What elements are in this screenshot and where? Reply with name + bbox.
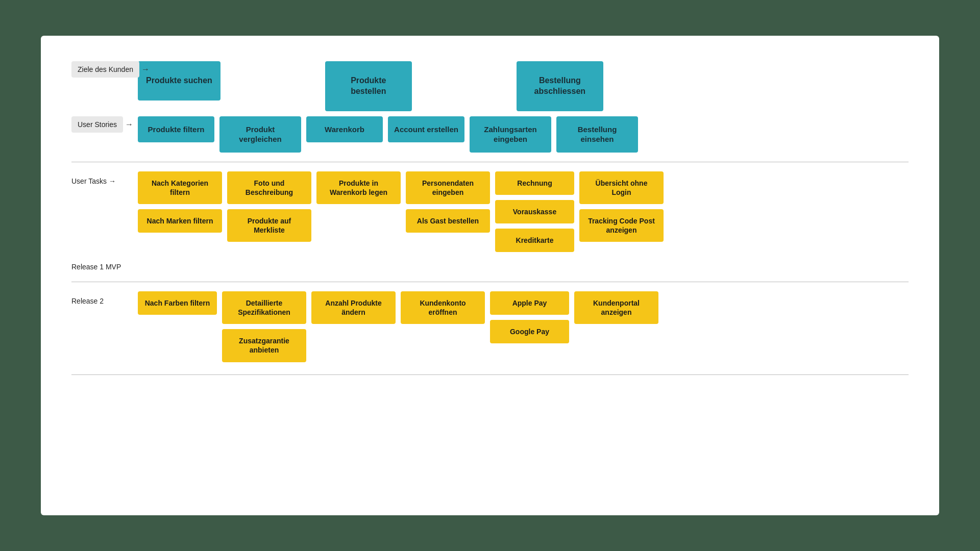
- ziele-label-container: Ziele des Kunden: [71, 61, 138, 78]
- card-produkte-bestellen: Produkte bestellen: [325, 61, 412, 111]
- user-tasks-label: User Tasks: [71, 177, 107, 185]
- release1-label-row: Release 1 MVP: [71, 257, 909, 272]
- col3-group: Produkte in Warenkorb legen: [316, 171, 401, 204]
- r2-col4-group: Kundenkonto eröffnen: [401, 291, 485, 324]
- card-als-gast-bestellen: Als Gast bestellen: [406, 209, 490, 233]
- card-kreditkarte: Kreditkarte: [495, 229, 574, 252]
- user-stories-cards: Produkte filtern Produkt vergleichen War…: [138, 116, 909, 153]
- canvas: Ziele des Kunden Produkte suchen Produkt…: [41, 36, 939, 515]
- r2-col5-group: Apple Pay Google Pay: [490, 291, 569, 343]
- ziele-cards: Produkte suchen Produkte bestellen Beste…: [138, 61, 909, 111]
- release2-label-container: Release 2: [71, 291, 138, 307]
- card-zahlungsarten-eingeben: Zahlungsarten eingeben: [470, 116, 551, 153]
- release2-label: Release 2: [71, 297, 104, 305]
- card-vorauskasse: Vorauskasse: [495, 200, 574, 223]
- user-tasks-cards: Nach Kategorien filtern Nach Marken filt…: [138, 171, 909, 253]
- divider-2: [71, 282, 909, 282]
- card-rechnung: Rechnung: [495, 171, 574, 195]
- release1-label: Release 1 MVP: [71, 257, 138, 272]
- card-nach-farben-filtern: Nach Farben filtern: [138, 291, 217, 315]
- col2-group: Foto und Beschreibung Produkte auf Merkl…: [227, 171, 311, 242]
- r2-col1-group: Nach Farben filtern: [138, 291, 217, 315]
- col4-group: Personendaten eingeben Als Gast bestelle…: [406, 171, 490, 233]
- user-tasks-row: User Tasks → Nach Kategorien filtern Nac…: [71, 171, 909, 253]
- user-tasks-arrow: →: [109, 177, 116, 185]
- r2-col6-group: Kundenportal anzeigen: [574, 291, 658, 324]
- card-bestellung-abschliessen: Bestellung abschliessen: [517, 61, 603, 111]
- release2-row: Release 2 Nach Farben filtern Detaillier…: [71, 291, 909, 362]
- card-produkte-warenkorb: Produkte in Warenkorb legen: [316, 171, 401, 204]
- card-foto-beschreibung: Foto und Beschreibung: [227, 171, 311, 204]
- card-produkte-merkliste: Produkte auf Merkliste: [227, 209, 311, 242]
- card-kundenkonto: Kundenkonto eröffnen: [401, 291, 485, 324]
- card-uebersicht-ohne-login: Übersicht ohne Login: [579, 171, 664, 204]
- col6-group: Übersicht ohne Login Tracking Code Post …: [579, 171, 664, 242]
- card-warenkorb: Warenkorb: [306, 116, 383, 143]
- col1-group: Nach Kategorien filtern Nach Marken filt…: [138, 171, 222, 233]
- card-kundenportal: Kundenportal anzeigen: [574, 291, 658, 324]
- user-stories-arrow: [125, 120, 133, 129]
- user-stories-label: User Stories: [71, 116, 123, 133]
- ziele-arrow: [141, 65, 150, 74]
- card-produkte-suchen: Produkte suchen: [138, 61, 220, 101]
- card-detaillierte-spezifikationen: Detaillierte Spezifikationen: [222, 291, 306, 324]
- card-produkt-vergleichen: Produkt vergleichen: [219, 116, 301, 153]
- release2-cards: Nach Farben filtern Detaillierte Spezifi…: [138, 291, 909, 362]
- ziele-row: Ziele des Kunden Produkte suchen Produkt…: [71, 61, 909, 111]
- divider-3: [71, 374, 909, 375]
- card-bestellung-einsehen: Bestellung einsehen: [556, 116, 638, 153]
- r2-col2-group: Detaillierte Spezifikationen Zusatzgaran…: [222, 291, 306, 362]
- card-produkte-filtern: Produkte filtern: [138, 116, 214, 143]
- card-nach-marken-filtern: Nach Marken filtern: [138, 209, 222, 233]
- ziele-label: Ziele des Kunden: [71, 61, 139, 78]
- col5-group: Rechnung Vorauskasse Kreditkarte: [495, 171, 574, 253]
- card-apple-pay: Apple Pay: [490, 291, 569, 315]
- card-tracking-code: Tracking Code Post anzeigen: [579, 209, 664, 242]
- user-tasks-label-container: User Tasks →: [71, 171, 138, 187]
- user-stories-row: User Stories Produkte filtern Produkt ve…: [71, 116, 909, 153]
- card-personendaten: Personendaten eingeben: [406, 171, 490, 204]
- card-nach-kategorien-filtern: Nach Kategorien filtern: [138, 171, 222, 204]
- r2-col3-group: Anzahl Produkte ändern: [311, 291, 396, 324]
- card-account-erstellen: Account erstellen: [388, 116, 464, 143]
- card-anzahl-produkte: Anzahl Produkte ändern: [311, 291, 396, 324]
- divider-1: [71, 162, 909, 162]
- card-google-pay: Google Pay: [490, 320, 569, 343]
- user-stories-label-container: User Stories: [71, 116, 138, 133]
- card-zusatzgarantie: Zusatzgarantie anbieten: [222, 329, 306, 362]
